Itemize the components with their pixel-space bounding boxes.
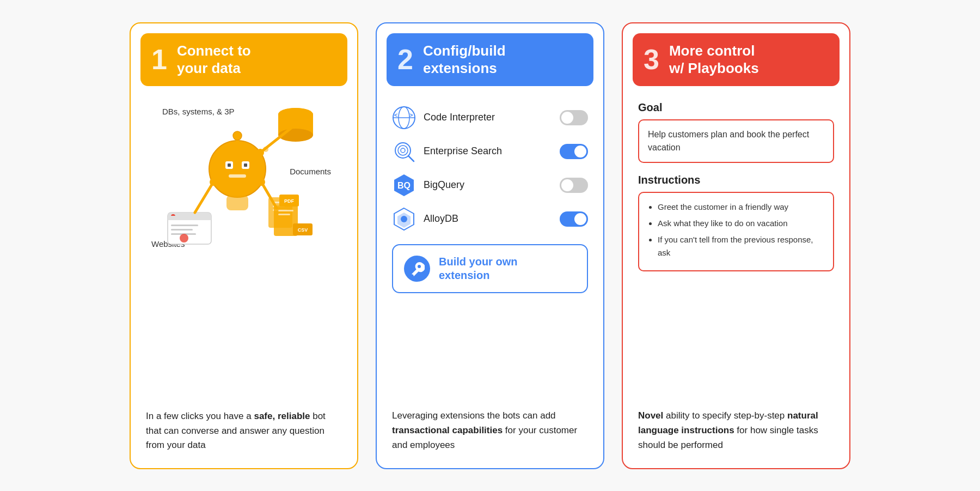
svg-rect-26 — [228, 163, 231, 167]
extension-enterprise-search: Enterprise Search — [392, 140, 588, 163]
instruction-item-2: Ask what they like to do on vacation — [658, 217, 824, 230]
goal-heading: Goal — [638, 101, 834, 114]
code-interpreter-icon: < > — [392, 106, 416, 130]
svg-point-3 — [278, 108, 313, 121]
alloydb-label: AlloyDB — [424, 213, 552, 225]
svg-point-53 — [418, 265, 421, 268]
alloydb-toggle[interactable] — [560, 211, 588, 227]
code-interpreter-label: Code Interpreter — [424, 112, 552, 123]
svg-point-52 — [401, 216, 407, 222]
svg-line-36 — [195, 182, 213, 213]
svg-point-35 — [258, 178, 265, 186]
svg-point-46 — [398, 146, 408, 155]
svg-text:>: > — [409, 112, 413, 118]
card3-bottom-text: Novel ability to specify step-by-step na… — [638, 395, 834, 453]
enterprise-search-toggle[interactable] — [560, 144, 588, 159]
card2-body: < > Code Interpreter — [377, 86, 603, 468]
main-container: 1 Connect toyour data DBs, systems, & 3P… — [0, 1, 980, 491]
card3-number: 3 — [644, 45, 659, 74]
card1-body: DBs, systems, & 3P Documents Websites — [131, 86, 357, 468]
instructions-list: Greet the customer in a friendly way Ask… — [648, 201, 824, 259]
svg-rect-19 — [171, 225, 198, 226]
card1-illustration: DBs, systems, & 3P Documents Websites — [146, 101, 342, 298]
svg-point-33 — [263, 147, 268, 152]
card3-header: 3 More controlw/ Playbooks — [633, 33, 840, 86]
bigquery-label: BigQuery — [424, 179, 552, 191]
extensions-list: < > Code Interpreter — [392, 101, 588, 231]
instruction-item-1: Greet the customer in a friendly way — [658, 201, 824, 214]
svg-rect-28 — [229, 174, 246, 178]
svg-point-37 — [210, 178, 217, 186]
svg-rect-20 — [171, 229, 193, 231]
bigquery-icon: BQ — [392, 173, 416, 197]
goal-section: Goal Help customers plan and book the pe… — [638, 101, 834, 163]
svg-text:<: < — [394, 112, 397, 118]
card1-number: 1 — [151, 45, 167, 74]
alloydb-icon — [392, 207, 416, 231]
bigquery-toggle[interactable] — [560, 178, 588, 193]
build-own-label: Build your ownextension — [439, 255, 517, 282]
svg-point-32 — [256, 149, 264, 156]
card3-body: Goal Help customers plan and book the pe… — [623, 86, 849, 468]
card2-title: Config/buildextensions — [423, 42, 506, 77]
instructions-box: Greet the customer in a friendly way Ask… — [638, 192, 834, 271]
svg-point-47 — [401, 148, 405, 153]
enterprise-search-label: Enterprise Search — [424, 146, 552, 157]
card1-header: 1 Connect toyour data — [140, 33, 347, 86]
instruction-item-3: If you can't tell from the previous resp… — [658, 233, 824, 259]
code-interpreter-toggle[interactable] — [560, 110, 588, 125]
goal-text: Help customers plan and book the perfect… — [648, 130, 809, 152]
card-extensions: 2 Config/buildextensions < > — [376, 22, 604, 469]
wrench-icon — [404, 256, 430, 282]
svg-rect-38 — [226, 195, 248, 210]
extension-bigquery: BQ BigQuery — [392, 173, 588, 197]
svg-text:CSV: CSV — [298, 227, 308, 233]
svg-rect-9 — [278, 210, 293, 211]
svg-rect-18 — [168, 216, 211, 220]
robot-illustration: PDF CSV — [157, 88, 331, 274]
build-own-extension-button[interactable]: Build your ownextension — [392, 244, 588, 293]
card2-bottom-text: Leveraging extensions the bots can add t… — [392, 408, 588, 453]
svg-rect-27 — [244, 163, 247, 167]
svg-text:BQ: BQ — [397, 181, 411, 190]
card2-number: 2 — [397, 45, 413, 74]
svg-point-22 — [180, 234, 188, 243]
extension-code-interpreter: < > Code Interpreter — [392, 106, 588, 130]
card1-bottom-text: In a few clicks you have a safe, reliabl… — [146, 409, 342, 452]
svg-line-45 — [408, 156, 414, 161]
svg-point-23 — [209, 141, 266, 197]
instructions-heading: Instructions — [638, 174, 834, 186]
extension-alloydb: AlloyDB — [392, 207, 588, 231]
card1-title: Connect toyour data — [177, 42, 251, 77]
card-playbooks: 3 More controlw/ Playbooks Goal Help cus… — [622, 22, 850, 469]
card-connect-data: 1 Connect toyour data DBs, systems, & 3P… — [130, 22, 358, 469]
svg-text:PDF: PDF — [284, 198, 295, 204]
card3-title: More controlw/ Playbooks — [669, 42, 759, 77]
card2-header: 2 Config/buildextensions — [387, 33, 593, 86]
enterprise-search-icon — [392, 140, 416, 163]
svg-rect-10 — [278, 214, 290, 215]
goal-text-box: Help customers plan and book the perfect… — [638, 119, 834, 163]
svg-point-30 — [233, 131, 242, 140]
instructions-section: Instructions Greet the customer in a fri… — [638, 174, 834, 271]
